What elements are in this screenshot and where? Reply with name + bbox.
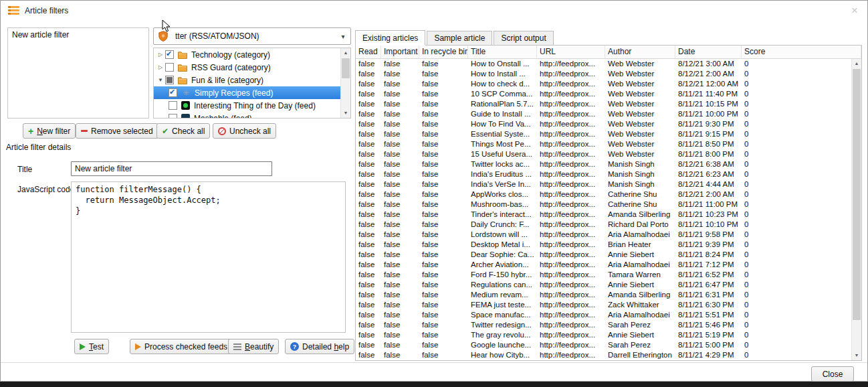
cell-url: http://feedprox... [537, 340, 605, 350]
checkbox[interactable] [169, 88, 177, 97]
cell-title: RationalPlan 5.7... [468, 99, 537, 109]
cell-title: How To Find Va... [468, 119, 537, 129]
cell-score: 0 [742, 99, 851, 109]
article-row[interactable]: falsefalsefalse15 Useful Usera...http://… [356, 149, 851, 159]
tab-sample-article[interactable]: Sample article [427, 31, 492, 45]
process-checked-feeds-button[interactable]: Process checked feeds [130, 339, 233, 354]
check-icon: ✔ [162, 127, 169, 135]
scroll-up-icon[interactable]: ▲ [852, 59, 861, 68]
scrollbar-thumb[interactable] [853, 69, 861, 320]
article-row[interactable]: falsefalsefalseThings Most Pe...http://f… [356, 139, 851, 149]
cell-recycle: false [419, 320, 468, 330]
article-row[interactable]: falsefalsefalseTinder's interact...http:… [356, 210, 851, 220]
tree-item[interactable]: ▷Technology (category) [154, 48, 340, 61]
detailed-help-button[interactable]: ? Detailed help [285, 339, 354, 354]
cell-important: false [381, 69, 419, 79]
tree-item[interactable]: Mashable (feed) [154, 112, 340, 119]
cell-important: false [381, 210, 419, 220]
article-row[interactable]: falsefalsefalseDesktop Metal i...http://… [356, 240, 851, 250]
article-row[interactable]: falsefalsefalseGuide to Install ...http:… [356, 109, 851, 119]
article-row[interactable]: falsefalsefalseFEMA just teste...http://… [356, 300, 851, 310]
test-button[interactable]: Test [74, 339, 109, 354]
scroll-up-icon[interactable]: ▲ [341, 48, 350, 58]
checkbox[interactable] [165, 76, 174, 84]
help-icon: ? [290, 342, 299, 351]
article-row[interactable]: falsefalsefalseRegulations can...http://… [356, 280, 851, 290]
column-header[interactable]: Author [605, 46, 675, 58]
beautify-button[interactable]: Beautify [228, 339, 279, 354]
article-row[interactable]: falsefalsefalseTwitter redesign...http:/… [356, 320, 851, 330]
cell-date: 8/11/21 6:30 PM [675, 300, 742, 310]
filter-list-item[interactable]: New article filter [8, 28, 148, 42]
article-row[interactable]: falsefalsefalseLordstown will ...http://… [356, 230, 851, 240]
checkbox[interactable] [169, 101, 177, 110]
scrollbar-thumb[interactable] [342, 58, 350, 78]
article-row[interactable]: falsefalsefalseSpace manufac...http://fe… [356, 310, 851, 320]
expand-arrow-icon[interactable]: ▷ [156, 52, 165, 58]
tab-script-output[interactable]: Script output [494, 31, 553, 45]
column-header[interactable]: Date [675, 46, 742, 58]
article-row[interactable]: falsefalsefalseIndia's VerSe In...http:/… [356, 179, 851, 189]
article-row[interactable]: falsefalsefalseHow to Onstall ...http://… [356, 59, 851, 69]
collapse-arrow-icon[interactable]: ▼ [156, 77, 165, 83]
column-header[interactable]: Read [356, 46, 381, 58]
article-row[interactable]: falsefalsefalse10 SCP Comma...http://fee… [356, 89, 851, 99]
expand-arrow-icon[interactable]: ▷ [156, 64, 165, 70]
checkbox[interactable] [165, 50, 174, 59]
column-header[interactable]: URL [537, 46, 605, 58]
article-row[interactable]: falsefalsefalseAppWorks clos...http://fe… [356, 189, 851, 200]
article-row[interactable]: falsefalsefalseHow to Install ...http://… [356, 69, 851, 79]
tab-existing-articles[interactable]: Existing articles [355, 30, 425, 46]
article-row[interactable]: falsefalsefalseDear Sophie: Ca...http://… [356, 250, 851, 260]
article-row[interactable]: falsefalsefalseFord F-150 hybr...http://… [356, 270, 851, 280]
account-combobox[interactable]: tter (RSS/ATOM/JSON) ▾ [153, 27, 351, 45]
filter-list[interactable]: New article filter [7, 27, 149, 119]
javascript-code-editor[interactable]: function filterMessage() { return Messag… [71, 181, 346, 333]
cell-read: false [356, 260, 381, 270]
tree-item[interactable]: Interesting Thing of the Day (feed) [154, 99, 340, 112]
combobox-dropdown-icon[interactable]: ▾ [336, 33, 350, 40]
column-header[interactable]: Important [381, 46, 419, 58]
tree-scrollbar[interactable]: ▲ ▼ [340, 48, 350, 118]
article-row[interactable]: falsefalsefalseHear how Cityb...http://f… [356, 350, 851, 360]
cell-date: 8/11/21 5:19 PM [675, 330, 742, 340]
column-header[interactable]: Title [468, 46, 537, 58]
tree-item[interactable]: ▷RSS Guard (category) [154, 61, 340, 74]
article-row[interactable]: falsefalsefalseTwitter locks ac...http:/… [356, 159, 851, 169]
check-all-button[interactable]: ✔ Check all [156, 123, 210, 139]
cell-score: 0 [742, 260, 851, 270]
tree-item[interactable]: ✳Simply Recipes (feed) [154, 86, 340, 99]
column-header[interactable]: In recycle bin [419, 46, 468, 58]
tree-item[interactable]: ▼Fun & life (category) [154, 74, 340, 86]
cell-recycle: false [419, 109, 468, 119]
cell-date: 8/12/21 2:00 AM [675, 189, 742, 200]
article-row[interactable]: falsefalsefalseHow To Find Va...http://f… [356, 119, 851, 129]
scroll-down-icon[interactable]: ▼ [852, 351, 861, 360]
scroll-down-icon[interactable]: ▼ [341, 108, 350, 118]
checkbox[interactable] [169, 114, 177, 119]
column-header[interactable]: Score [742, 46, 861, 58]
cell-date: 8/11/21 4:29 PM [675, 350, 742, 360]
checkbox[interactable] [165, 63, 174, 72]
article-row[interactable]: falsefalsefalseMushroom-bas...http://fee… [356, 200, 851, 210]
article-row[interactable]: falsefalsefalseDaily Crunch: F...http://… [356, 220, 851, 230]
article-row[interactable]: falsefalsefalseThe gray revolu...http://… [356, 330, 851, 340]
remove-selected-button[interactable]: Remove selected [76, 123, 158, 139]
article-row[interactable]: falsefalsefalseArcher Aviation...http://… [356, 260, 851, 270]
article-row[interactable]: falsefalsefalseEssential Syste...http://… [356, 129, 851, 139]
article-row[interactable]: falsefalsefalseHow to check d...http://f… [356, 79, 851, 89]
close-button[interactable]: Close [811, 366, 854, 382]
cell-url: http://feedprox... [537, 149, 605, 159]
window-close-icon[interactable]: × [851, 4, 858, 17]
article-row[interactable]: falsefalsefalseMedium revam...http://fee… [356, 290, 851, 300]
new-filter-button[interactable]: + New filter [23, 123, 76, 139]
uncheck-all-button[interactable]: Uncheck all [213, 123, 276, 139]
article-row[interactable]: falsefalsefalseGoogle launche...http://f… [356, 340, 851, 350]
article-row[interactable]: falsefalsefalseIndia's Eruditus ...http:… [356, 169, 851, 179]
cell-author: Zack Whittaker [605, 300, 675, 310]
taskbar[interactable] [0, 382, 868, 387]
article-row[interactable]: falsefalsefalseRationalPlan 5.7...http:/… [356, 99, 851, 109]
table-scrollbar[interactable]: ▲ ▼ [851, 59, 861, 360]
title-input[interactable] [71, 161, 272, 176]
cell-score: 0 [742, 59, 851, 69]
